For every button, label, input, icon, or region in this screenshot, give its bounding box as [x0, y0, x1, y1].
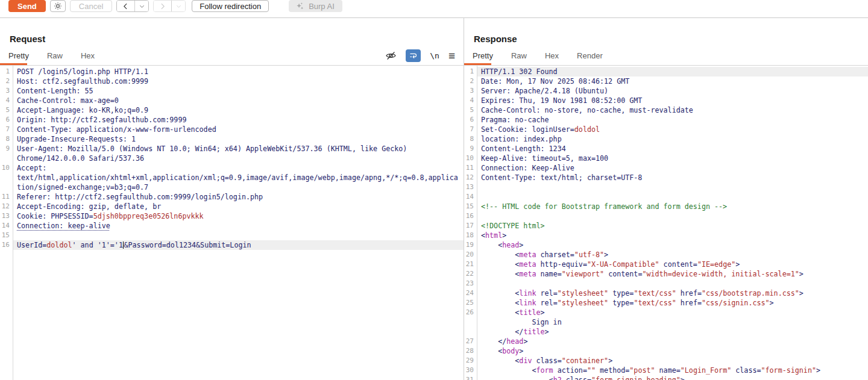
request-editor[interactable]: 1POST /login5/login.php HTTP/1.12Host: c… [0, 66, 464, 380]
line-content[interactable]: Cache-Control: no-store, no-cache, must-… [477, 105, 868, 115]
line-content[interactable]: Connection: keep-alive [13, 221, 464, 231]
editor-line[interactable]: 9Content-Length: 1234 [464, 144, 868, 154]
line-content[interactable]: Cookie: PHPSESSID=5djsh0bppreq3e0526ln6p… [13, 211, 464, 221]
editor-line[interactable]: 7Set-Cookie: loginUser=doldol [464, 125, 868, 134]
menu-icon[interactable]: ≡ [448, 52, 455, 60]
follow-redirection-button[interactable]: Follow redirection [192, 0, 269, 12]
forward-dropdown-button[interactable] [171, 1, 185, 11]
editor-line[interactable]: 23 [464, 279, 868, 288]
request-settings-button[interactable] [50, 0, 66, 12]
editor-line[interactable]: 13Cookie: PHPSESSID=5djsh0bppreq3e0526ln… [0, 211, 464, 221]
line-content[interactable]: <!-- HTML code for Bootstrap framework a… [477, 202, 868, 211]
editor-line[interactable]: </title> [464, 327, 868, 337]
line-content[interactable]: Content-Type: text/html; charset=UTF-8 [477, 173, 868, 182]
word-wrap-toggle[interactable] [406, 49, 421, 62]
editor-line[interactable]: 10Accept: [0, 163, 464, 173]
editor-line[interactable]: Chrome/142.0.0.0 Safari/537.36 [0, 154, 464, 163]
line-content[interactable]: HTTP/1.1 302 Found [477, 67, 868, 76]
line-content[interactable]: User-Agent: Mozilla/5.0 (Windows NT 10.0… [13, 144, 464, 154]
editor-line[interactable]: 26 <title> [464, 308, 868, 317]
line-content[interactable] [477, 279, 868, 288]
hide-highlights-icon[interactable] [385, 50, 397, 61]
editor-line[interactable]: 11Referer: http://ctf2.segfaulthub.com:9… [0, 192, 464, 202]
editor-line[interactable]: 28 <body> [464, 346, 868, 356]
line-content[interactable] [13, 231, 464, 240]
line-content[interactable]: text/html,application/xhtml+xml,applicat… [13, 173, 464, 182]
editor-line[interactable]: 22 <meta name="viewport" content="width=… [464, 269, 868, 279]
line-content[interactable]: Referer: http://ctf2.segfaulthub.com:999… [13, 192, 464, 202]
line-content[interactable]: Accept-Encoding: gzip, deflate, br [13, 202, 464, 211]
line-content[interactable]: <head> [477, 240, 868, 250]
line-content[interactable]: <!DOCTYPE html> [477, 221, 868, 231]
line-content[interactable]: </title> [477, 327, 868, 337]
editor-line[interactable]: 16 [464, 211, 868, 221]
editor-line[interactable]: 12Accept-Encoding: gzip, deflate, br [0, 202, 464, 211]
editor-line[interactable]: Sign in [464, 317, 868, 327]
editor-line[interactable]: 4Cache-Control: max-age=0 [0, 96, 464, 105]
editor-line[interactable]: 3Server: Apache/2.4.18 (Ubuntu) [464, 86, 868, 96]
tab-hex[interactable]: Hex [545, 51, 559, 65]
editor-line[interactable]: 25 <link rel="stylesheet" type="text/css… [464, 298, 868, 308]
line-content[interactable]: Content-Length: 1234 [477, 144, 868, 154]
editor-line[interactable]: 30 <form action="" method="post" name="L… [464, 366, 868, 375]
editor-line[interactable]: 2Date: Mon, 17 Nov 2025 08:46:12 GMT [464, 76, 868, 86]
line-content[interactable]: UserId=doldol' and '1'='1&Password=dol12… [13, 240, 464, 250]
line-content[interactable]: <title> [477, 308, 868, 317]
editor-line[interactable]: 18<html> [464, 231, 868, 240]
send-button[interactable]: Send [8, 0, 46, 12]
editor-line[interactable]: 15 [0, 231, 464, 240]
editor-line[interactable]: 8Upgrade-Insecure-Requests: 1 [0, 134, 464, 144]
editor-line[interactable]: 19 <head> [464, 240, 868, 250]
editor-line[interactable]: 3Content-Length: 55 [0, 86, 464, 96]
editor-line[interactable]: 1POST /login5/login.php HTTP/1.1 [0, 67, 464, 76]
line-content[interactable]: Cache-Control: max-age=0 [13, 96, 464, 105]
back-button[interactable] [117, 1, 134, 11]
line-content[interactable]: <html> [477, 231, 868, 240]
line-content[interactable]: Host: ctf2.segfaulthub.com:9999 [13, 76, 464, 86]
editor-line[interactable]: 6Pragma: no-cache [464, 115, 868, 125]
line-content[interactable]: Sign in [477, 317, 868, 327]
tab-raw[interactable]: Raw [47, 51, 63, 65]
line-content[interactable]: Chrome/142.0.0.0 Safari/537.36 [13, 154, 464, 163]
line-content[interactable]: <div class="container"> [477, 356, 868, 366]
editor-line[interactable]: 20 <meta charset="utf-8"> [464, 250, 868, 260]
editor-line[interactable]: 11Connection: Keep-Alive [464, 163, 868, 173]
line-content[interactable] [477, 211, 868, 221]
line-content[interactable]: Keep-Alive: timeout=5, max=100 [477, 154, 868, 163]
line-content[interactable] [477, 182, 868, 192]
newline-chars-toggle[interactable]: \n [430, 51, 439, 60]
line-content[interactable]: POST /login5/login.php HTTP/1.1 [13, 67, 464, 76]
editor-line[interactable]: 5Cache-Control: no-store, no-cache, must… [464, 105, 868, 115]
line-content[interactable]: tion/signed-exchange;v=b3;q=0.7 [13, 182, 464, 192]
line-content[interactable]: Expires: Thu, 19 Nov 1981 08:52:00 GMT [477, 96, 868, 105]
editor-line[interactable]: text/html,application/xhtml+xml,applicat… [0, 173, 464, 182]
tab-render[interactable]: Render [577, 51, 603, 65]
editor-line[interactable]: tion/signed-exchange;v=b3;q=0.7 [0, 182, 464, 192]
editor-line[interactable]: 16UserId=doldol' and '1'='1&Password=dol… [0, 240, 464, 250]
editor-line[interactable]: 21 <meta http-equiv="X-UA-Compatible" co… [464, 260, 868, 269]
line-content[interactable]: <body> [477, 346, 868, 356]
line-content[interactable]: <h2 class="form-signin-heading"> [477, 375, 868, 380]
editor-line[interactable]: 12Content-Type: text/html; charset=UTF-8 [464, 173, 868, 182]
editor-line[interactable]: 6Origin: http://ctf2.segfaulthub.com:999… [0, 115, 464, 125]
line-content[interactable]: <link rel="stylesheet" type="text/css" h… [477, 288, 868, 298]
line-content[interactable]: Upgrade-Insecure-Requests: 1 [13, 134, 464, 144]
line-content[interactable]: Origin: http://ctf2.segfaulthub.com:9999 [13, 115, 464, 125]
line-content[interactable]: Connection: Keep-Alive [477, 163, 868, 173]
forward-button[interactable] [154, 1, 171, 11]
editor-line[interactable]: 31 <h2 class="form-signin-heading"> [464, 375, 868, 380]
back-dropdown-button[interactable] [134, 1, 148, 11]
tab-hex[interactable]: Hex [81, 51, 95, 65]
line-content[interactable]: <meta charset="utf-8"> [477, 250, 868, 260]
editor-line[interactable]: 24 <link rel="stylesheet" type="text/css… [464, 288, 868, 298]
line-content[interactable]: <meta http-equiv="X-UA-Compatible" conte… [477, 260, 868, 269]
line-content[interactable]: Pragma: no-cache [477, 115, 868, 125]
editor-line[interactable]: 27 </head> [464, 337, 868, 346]
editor-line[interactable]: 8location: index.php [464, 134, 868, 144]
response-editor[interactable]: 1HTTP/1.1 302 Found2Date: Mon, 17 Nov 20… [464, 66, 868, 380]
editor-line[interactable]: 29 <div class="container"> [464, 356, 868, 366]
editor-line[interactable]: 2Host: ctf2.segfaulthub.com:9999 [0, 76, 464, 86]
line-content[interactable]: Date: Mon, 17 Nov 2025 08:46:12 GMT [477, 76, 868, 86]
line-content[interactable]: <link rel="stylesheet" type="text/css" h… [477, 298, 868, 308]
line-content[interactable]: Accept: [13, 163, 464, 173]
